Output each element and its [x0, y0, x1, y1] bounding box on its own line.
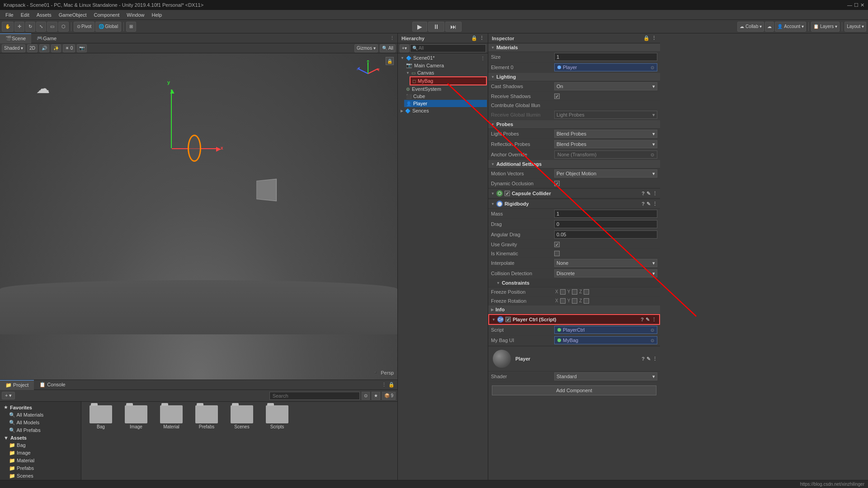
material-folder[interactable]: 📁 Material [7, 457, 79, 465]
inspector-menu[interactable]: ⋮ [651, 35, 656, 41]
file-material[interactable]: Material [156, 405, 187, 429]
motion-vectors-dropdown[interactable]: Per Object Motion ▾ [554, 169, 657, 178]
prefabs-folder[interactable]: 📁 Prefabs [7, 465, 79, 472]
fp-z-check[interactable] [584, 289, 589, 295]
receive-global-dropdown[interactable]: Light Probes ▾ [554, 111, 657, 119]
fr-x-check[interactable] [560, 298, 566, 304]
layout-btn[interactable]: Layout ▾ [844, 22, 866, 32]
rigidbody-menu[interactable]: ⋮ [652, 201, 657, 207]
fr-y-check[interactable] [572, 298, 577, 304]
tab-scene[interactable]: 🎬 Scene [0, 33, 31, 43]
pivot-btn[interactable]: ⊙ Pivot [74, 22, 94, 32]
global-btn[interactable]: 🌐 Global [95, 22, 121, 32]
cube-item[interactable]: ⬛ Cube [404, 93, 487, 100]
probes-section[interactable]: ▼ Probes [488, 120, 660, 129]
element0-select[interactable]: ⊙ [651, 65, 654, 70]
account-btn[interactable]: 👤 Account ▾ [775, 22, 806, 32]
bottom-panel-menu[interactable]: ⋮ [382, 382, 387, 388]
capsule-menu[interactable]: ⋮ [652, 191, 657, 197]
inspector-lock[interactable]: 🔒 [643, 35, 650, 41]
menu-component[interactable]: Component [90, 11, 123, 19]
capsule-help[interactable]: ? [642, 191, 645, 197]
rigidbody-edit[interactable]: ✎ [646, 201, 651, 207]
fp-x-check[interactable] [560, 289, 566, 295]
menu-edit[interactable]: Edit [17, 11, 33, 19]
script-select[interactable]: ⊙ [651, 328, 654, 333]
capsule-enable[interactable] [505, 191, 510, 196]
mybag-item[interactable]: ◻ MyBag [410, 76, 487, 85]
drag-input[interactable] [554, 220, 657, 228]
element0-value[interactable]: Player ⊙ [554, 63, 657, 71]
playerctrl-edit[interactable]: ✎ [646, 317, 650, 323]
player-item[interactable]: 👤 Player [404, 100, 487, 107]
all-models-item[interactable]: 🔍 All Models [7, 419, 79, 427]
mybag-ui-value[interactable]: MyBag ⊙ [554, 336, 657, 344]
all-materials-item[interactable]: 🔍 All Materials [7, 411, 79, 419]
lock-btn[interactable]: 🔒 [386, 57, 394, 65]
collab-btn[interactable]: ☁ Collab ▾ [737, 22, 764, 32]
player-ctrl-component[interactable]: ▼ C# Player Ctrl (Script) ? ✎ ⋮ [488, 314, 660, 325]
snap-btn[interactable]: ⊞ [126, 22, 136, 32]
scale-tool[interactable]: ⤡ [36, 22, 46, 32]
scene-light-btn[interactable]: ☀ 0 [63, 44, 75, 52]
capsule-edit[interactable]: ✎ [646, 191, 651, 197]
file-bag[interactable]: Bag [85, 405, 117, 429]
2d-btn[interactable]: 2D [27, 44, 38, 52]
add-btn[interactable]: + ▾ [2, 392, 15, 399]
capsule-collider-component[interactable]: ▼ ⬡ Capsule Collider ? ✎ ⋮ [488, 188, 660, 198]
use-gravity-check[interactable] [554, 242, 560, 247]
dynamic-occlusion-check[interactable] [554, 181, 560, 186]
anchor-override-select[interactable]: ⊙ [651, 152, 654, 157]
titlebar-controls[interactable]: — ☐ ✕ [847, 2, 864, 8]
tab-console[interactable]: 📋 Console [34, 380, 71, 390]
packages-btn[interactable]: 📦 9 [382, 392, 396, 400]
mass-input[interactable] [554, 210, 657, 218]
scene-view[interactable]: ☁ ▲ ▶ y ◾ Persp [0, 53, 397, 380]
menu-help[interactable]: Help [148, 11, 165, 19]
player-material-menu[interactable]: ⋮ [652, 356, 657, 362]
transform-tool[interactable]: ⬡ [58, 22, 69, 32]
additional-section[interactable]: ▼ Additional Settings [488, 160, 660, 169]
file-scripts[interactable]: Scripts [261, 405, 293, 429]
constraints-section[interactable]: ▼ Constraints [488, 279, 660, 287]
maximize-btn[interactable]: ☐ [854, 2, 859, 8]
player-material-edit[interactable]: ✎ [646, 356, 651, 362]
fp-y-check[interactable] [572, 289, 577, 295]
mybagui-select[interactable]: ⊙ [651, 338, 654, 343]
hierarchy-lock[interactable]: 🔒 [471, 35, 477, 41]
add-component-btn[interactable]: Add Component [492, 385, 656, 395]
scene01-item[interactable]: 🔷 Scene01* ⋮ [399, 54, 487, 61]
materials-section[interactable]: ▼ Materials [488, 43, 660, 52]
player-material-help[interactable]: ? [642, 356, 645, 362]
hierarchy-search[interactable] [410, 44, 486, 52]
playerctrl-enable[interactable] [505, 317, 511, 322]
hand-tool[interactable]: ✋ [2, 22, 14, 32]
sences-item[interactable]: 🔷 Sences [399, 107, 487, 114]
receive-shadows-check[interactable] [554, 94, 560, 99]
main-camera-item[interactable]: 📷 Main Camera [404, 61, 487, 69]
lighting-section[interactable]: ▼ Lighting [488, 73, 660, 81]
rigidbody-component[interactable]: ▼ ⬤ Rigidbody ? ✎ ⋮ [488, 198, 660, 209]
file-scenes[interactable]: Scenes [226, 405, 258, 429]
menu-file[interactable]: File [2, 11, 17, 19]
fr-z-check[interactable] [584, 298, 589, 304]
search-vt[interactable]: 🔍 All [380, 44, 396, 52]
hierarchy-menu[interactable]: ⋮ [479, 35, 484, 41]
favorites-header[interactable]: ★Favorites [2, 404, 79, 411]
services-btn[interactable]: ☁ [765, 22, 774, 32]
search-input[interactable] [269, 392, 360, 400]
eventsystem-item[interactable]: ⚙ EventSystem [404, 85, 487, 93]
fx-btn[interactable]: ✨ [51, 44, 61, 52]
player-material-component[interactable]: Player ? ✎ ⋮ [488, 346, 660, 371]
audio-btn[interactable]: 🔊 [39, 44, 49, 52]
menu-gameobject[interactable]: GameObject [55, 11, 90, 19]
search-options-btn[interactable]: ⊙ [362, 392, 370, 400]
anchor-override-value[interactable]: None (Transform) ⊙ [554, 150, 657, 159]
pause-btn[interactable]: ⏸ [428, 22, 444, 32]
is-kinematic-check[interactable] [554, 251, 560, 256]
script-value[interactable]: PlayerCtrl ⊙ [554, 326, 657, 334]
rect-tool[interactable]: ▭ [47, 22, 57, 32]
menu-window[interactable]: Window [123, 11, 148, 19]
filter-btn[interactable]: ★ [372, 392, 380, 400]
tab-game[interactable]: 🎮 Game [31, 33, 62, 43]
